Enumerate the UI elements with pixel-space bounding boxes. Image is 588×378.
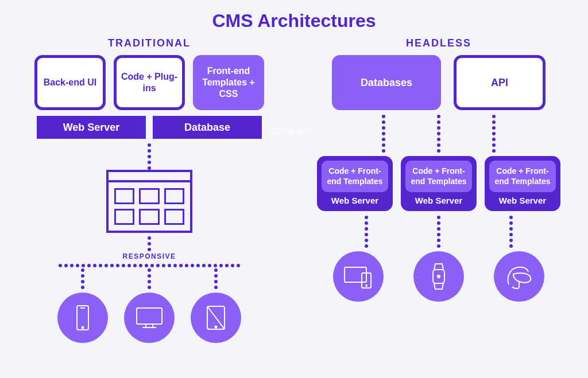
connector-dots-1: [148, 143, 151, 170]
svg-rect-10: [345, 267, 366, 282]
backend-ui-box: Back-end UI: [34, 55, 106, 110]
server-card-2: Code + Front-end Templates Web Server: [401, 156, 477, 211]
traditional-header: TRADITIONAL: [108, 37, 191, 49]
svg-point-9: [215, 326, 217, 328]
responsive-devices-row: [57, 268, 241, 343]
connector-drop-1: [81, 268, 84, 289]
browser-icon: [106, 170, 192, 233]
svg-point-15: [438, 275, 440, 278]
frontend-templates-box: Front-end Templates + CSS: [193, 55, 264, 110]
connector-drop-2: [148, 268, 151, 289]
server-inner-2: Code + Front-end Templates: [405, 161, 472, 192]
svg-point-2: [82, 327, 84, 329]
page-title: CMS Architectures: [0, 0, 588, 37]
svg-point-13: [366, 285, 367, 286]
headless-column: HEADLESS Databases API Code + Front-end …: [312, 37, 565, 343]
connector-drop-3: [214, 268, 218, 289]
watch-icon: [413, 251, 464, 302]
server-label-2: Web Server: [415, 196, 462, 205]
server-card-3: Code + Front-end Templates Web Server: [485, 156, 560, 211]
monitor-icon: [124, 293, 175, 343]
databases-label: Databases: [361, 76, 412, 89]
api-box: API: [454, 55, 546, 110]
connector-dots-2: [148, 236, 151, 251]
headless-connectors-bottom: [365, 216, 513, 248]
server-inner-1: Code + Front-end Templates: [322, 161, 388, 192]
headless-header: HEADLESS: [406, 37, 471, 49]
databases-box: Databases: [332, 55, 441, 110]
server-label-1: Web Server: [331, 196, 378, 205]
phone-icon: [57, 293, 108, 343]
traditional-column: TRADITIONAL Back-end UI Code + Plug-ins …: [23, 37, 276, 343]
traditional-bar-row: Web Server Database: [37, 116, 262, 139]
web-server-bar: Web Server: [37, 116, 146, 139]
database-bar: Database: [153, 116, 262, 139]
headless-servers-row: Code + Front-end Templates Web Server Co…: [317, 156, 560, 211]
frontend-templates-label: Front-end Templates + CSS: [193, 65, 264, 100]
vr-headset-icon: [494, 251, 544, 302]
headless-top-row: Databases API: [332, 55, 546, 110]
watermark-text: Some text: [270, 126, 311, 137]
api-label: API: [491, 76, 508, 89]
code-plugins-box: Code + Plug-ins: [114, 55, 185, 110]
server-card-1: Code + Front-end Templates Web Server: [317, 156, 393, 211]
svg-rect-3: [137, 308, 162, 324]
code-plugins-label: Code + Plug-ins: [117, 71, 182, 94]
server-label-3: Web Server: [499, 196, 546, 205]
backend-ui-label: Back-end UI: [44, 77, 96, 88]
server-inner-3: Code + Front-end Templates: [489, 161, 556, 192]
tablet-icon: [191, 293, 241, 343]
traditional-top-row: Back-end UI Code + Plug-ins Front-end Te…: [34, 55, 264, 110]
headless-devices-row: [333, 251, 544, 302]
headless-connectors-top: [382, 115, 496, 153]
desktop-mobile-icon: [333, 251, 384, 302]
responsive-label: RESPONSIVE: [122, 252, 176, 260]
